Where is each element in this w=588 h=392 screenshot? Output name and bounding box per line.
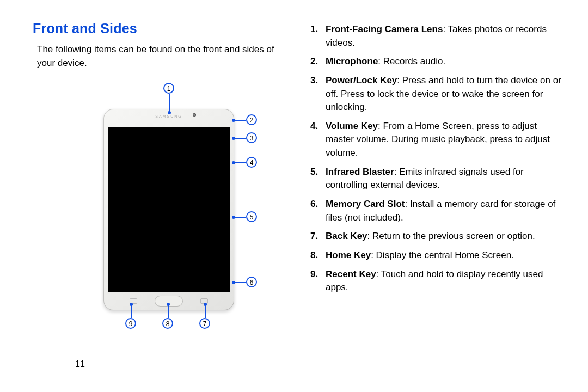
lead-dot-6 [232,281,235,284]
manual-page: Front and Sides The following items can … [0,0,588,392]
intro-text: The following items can be found on the … [37,43,289,70]
callout-4: 4 [246,157,257,168]
callout-9: 9 [125,318,136,329]
item-number: 3. [310,74,322,114]
page-number: 11 [75,359,85,369]
device-outline: SAMSUNG [103,109,234,310]
list-item: 4. Volume Key: From a Home Screen, press… [310,120,566,160]
item-number: 1. [310,23,322,50]
lead-dot-4 [232,161,235,164]
lead-dot-2 [232,119,235,122]
lead-2 [234,120,246,121]
item-text: Recent Key: Touch and hold to display re… [326,268,566,295]
lead-8 [168,305,169,318]
callout-1: 1 [163,83,174,94]
callout-8: 8 [162,318,173,329]
list-item: 2. Microphone: Records audio. [310,55,566,69]
section-heading: Front and Sides [33,21,289,36]
list-item: 7. Back Key: Return to the previous scre… [310,230,566,243]
list-item: 5. Infrared Blaster: Emits infrared sign… [310,166,566,192]
item-text: Home Key: Display the central Home Scree… [326,249,514,262]
item-text: Back Key: Return to the previous screen … [326,230,535,243]
callout-5: 5 [246,211,257,222]
list-item: 3. Power/Lock Key: Press and hold to tur… [310,74,566,114]
item-text: Volume Key: From a Home Screen, press to… [326,120,566,160]
front-camera-dot [193,113,196,117]
device-diagram: SAMSUNG 1 2 3 4 5 [54,76,256,348]
item-number: 9. [310,268,322,295]
list-item: 9. Recent Key: Touch and hold to display… [310,268,566,295]
item-number: 7. [310,230,322,243]
item-text: Memory Card Slot: Install a memory card … [326,198,566,224]
feature-list: 1. Front-Facing Camera Lens: Takes photo… [310,23,566,295]
list-item: 6. Memory Card Slot: Install a memory ca… [310,198,566,224]
lead-7 [205,305,206,318]
left-column: Front and Sides The following items can … [33,21,289,381]
lead-6 [234,282,246,283]
item-number: 8. [310,249,322,262]
callout-3: 3 [246,132,257,143]
callout-6: 6 [246,277,257,287]
device-brand: SAMSUNG [103,114,234,118]
item-number: 5. [310,166,322,192]
lead-dot-3 [232,137,235,140]
lead-9 [131,305,132,318]
list-item: 8. Home Key: Display the central Home Sc… [310,249,566,262]
callout-2: 2 [246,114,257,125]
right-column: 1. Front-Facing Camera Lens: Takes photo… [310,21,566,381]
item-number: 2. [310,55,322,69]
lead-dot-5 [232,216,235,219]
device-screen [108,127,230,292]
item-text: Microphone: Records audio. [326,55,445,69]
lead-4 [234,162,246,163]
item-text: Power/Lock Key: Press and hold to turn t… [326,74,566,114]
lead-3 [234,138,246,139]
item-text: Infrared Blaster: Emits infrared signals… [326,166,566,192]
item-number: 6. [310,198,322,224]
item-number: 4. [310,120,322,160]
lead-1 [169,94,170,112]
item-text: Front-Facing Camera Lens: Takes photos o… [326,23,566,50]
lead-5 [234,217,246,218]
list-item: 1. Front-Facing Camera Lens: Takes photo… [310,23,566,50]
callout-7: 7 [199,318,210,329]
